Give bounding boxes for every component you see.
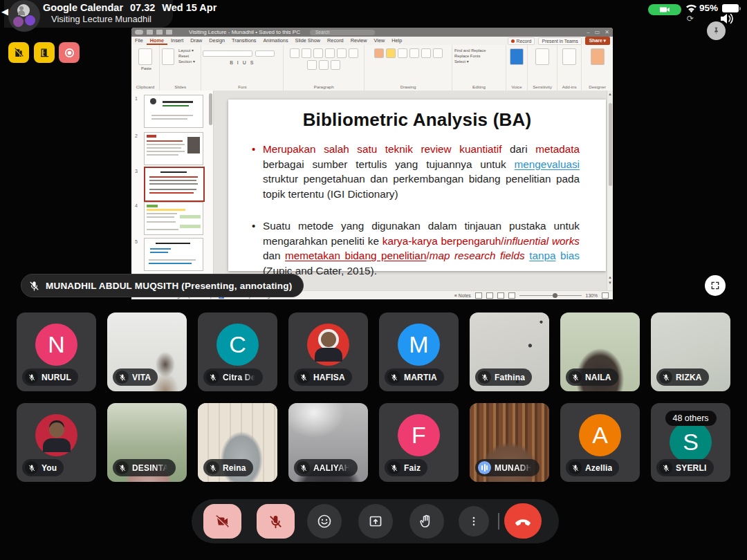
tile-syerli[interactable]: 48 others S SYERLI	[651, 403, 730, 482]
overflow-count-badge[interactable]: 48 others	[665, 411, 716, 426]
present-in-teams-button[interactable]: Present in Teams	[538, 37, 581, 45]
share-button[interactable]: Share ▾	[585, 37, 610, 45]
tile-you[interactable]: You	[17, 403, 96, 482]
tab-help[interactable]: Help	[388, 37, 405, 45]
tile-naila[interactable]: NAILA	[560, 312, 640, 391]
slide-thumbnail-4[interactable]	[144, 202, 203, 235]
normal-view-icon[interactable]	[475, 292, 482, 299]
reset-button[interactable]: Reset	[176, 53, 201, 59]
pin-widget-button[interactable]	[707, 21, 726, 40]
font-style-buttons[interactable]: B I U S	[201, 60, 283, 65]
slide-thumbnail-5[interactable]	[144, 238, 203, 271]
slide-scrollbar[interactable]: ▲ ▲ ▼	[607, 91, 613, 290]
tab-design[interactable]: Design	[205, 37, 228, 45]
font-name-select[interactable]	[203, 50, 252, 57]
replace-fonts-button[interactable]: Replace Fonts	[452, 53, 506, 59]
maximize-icon[interactable]: ▭	[595, 29, 600, 35]
ppt-search-box[interactable]: Search	[310, 30, 375, 35]
zoom-slider[interactable]	[519, 295, 582, 297]
slide-thumbnail-1[interactable]	[144, 95, 203, 128]
tab-insert[interactable]: Insert	[167, 37, 187, 45]
tab-transitions[interactable]: Transitions	[228, 37, 259, 45]
tile-azellia[interactable]: A Azellia	[560, 403, 640, 482]
redo-icon[interactable]	[166, 30, 172, 35]
back-to-app-icon[interactable]: ◀	[1, 6, 8, 17]
tab-view[interactable]: View	[371, 37, 389, 45]
shape-outline-icon[interactable]	[421, 48, 431, 58]
minimize-icon[interactable]: –	[587, 29, 589, 35]
align-center-icon[interactable]	[307, 60, 317, 70]
fit-to-window-icon[interactable]	[602, 292, 609, 299]
bullets-icon[interactable]	[290, 48, 299, 58]
tile-desinta[interactable]: DESINTA	[107, 403, 187, 482]
raise-hand-button[interactable]	[409, 504, 444, 539]
paste-icon[interactable]	[138, 48, 152, 65]
designer-icon[interactable]	[591, 48, 605, 65]
tile-hafisa[interactable]: HAFISA	[288, 312, 368, 391]
indent-icon[interactable]	[313, 48, 323, 58]
tab-draw[interactable]: Draw	[187, 37, 205, 45]
thumbnail-scrollbar[interactable]	[209, 93, 212, 125]
quick-styles-icon[interactable]	[398, 48, 407, 58]
tile-munadhil[interactable]: MUNADH	[470, 403, 549, 482]
arrange-icon[interactable]	[386, 48, 396, 58]
record-button[interactable]	[59, 42, 80, 63]
tile-nurul[interactable]: N NURUL	[17, 312, 96, 391]
close-icon[interactable]: ✕	[605, 29, 609, 35]
tab-home[interactable]: Home	[147, 37, 167, 45]
tab-record[interactable]: Record	[324, 37, 347, 45]
notes-button[interactable]: ≡ Notes	[454, 293, 471, 298]
slideshow-icon[interactable]	[508, 292, 515, 299]
tile-rizka[interactable]: RIZKA	[651, 312, 730, 391]
font-size-select[interactable]	[255, 50, 275, 57]
tile-aaliyah[interactable]: AALIYAH	[288, 403, 368, 482]
section-button[interactable]: Section ▾	[176, 59, 201, 64]
tile-citra[interactable]: C Citra De	[198, 312, 277, 391]
tile-faiz[interactable]: F Faiz	[379, 403, 459, 482]
shape-effects-icon[interactable]	[433, 48, 443, 58]
record-ribbon-button[interactable]: Record	[508, 37, 535, 45]
mic-off-button[interactable]	[257, 504, 295, 539]
slide-thumbnail-2[interactable]	[144, 132, 203, 165]
zoom-percent[interactable]: 130%	[586, 293, 598, 298]
workspace-avatar-cluster[interactable]	[8, 0, 40, 32]
justify-icon[interactable]	[331, 60, 340, 70]
new-slide-icon[interactable]	[162, 48, 174, 65]
undo-icon[interactable]	[156, 30, 163, 35]
tab-file[interactable]: File	[131, 37, 147, 45]
reactions-button[interactable]	[307, 504, 342, 539]
tile-vita[interactable]: VITA	[107, 312, 187, 391]
tile-reina[interactable]: Reina	[198, 403, 277, 482]
window-buttons[interactable]: – ▭ ✕	[587, 29, 609, 35]
camera-off-button[interactable]	[203, 504, 241, 539]
save-icon[interactable]	[147, 30, 153, 35]
layout-button[interactable]: Layout ▾	[176, 48, 201, 53]
shapes-icon[interactable]	[374, 48, 384, 58]
tile-fathina[interactable]: Fathina	[470, 312, 549, 391]
align-left-icon[interactable]	[349, 48, 358, 58]
building-slash-button[interactable]	[8, 42, 29, 63]
columns-icon[interactable]	[337, 48, 347, 58]
tab-animations[interactable]: Animations	[259, 37, 291, 45]
dictate-icon[interactable]	[510, 48, 524, 65]
present-screen-button[interactable]	[358, 504, 393, 539]
autosave-toggle[interactable]	[135, 30, 143, 35]
reading-view-icon[interactable]	[497, 292, 504, 299]
slide-sorter-icon[interactable]	[486, 292, 493, 299]
shape-fill-icon[interactable]	[409, 48, 419, 58]
tile-martia[interactable]: M MARTIA	[379, 312, 459, 391]
sensitivity-icon[interactable]	[535, 48, 549, 65]
numbering-icon[interactable]	[302, 48, 311, 58]
door-button[interactable]	[34, 42, 55, 63]
find-replace-button[interactable]: Find and Replace	[452, 48, 506, 53]
align-right-icon[interactable]	[319, 60, 329, 70]
spacing-icon[interactable]	[325, 48, 335, 58]
fullscreen-button[interactable]	[705, 275, 726, 296]
select-button[interactable]: Select ▾	[452, 59, 506, 64]
tab-slideshow[interactable]: Slide Show	[292, 37, 324, 45]
slide-thumbnail-3-selected[interactable]	[144, 167, 205, 202]
addins-icon[interactable]	[562, 48, 576, 65]
more-options-button[interactable]	[459, 506, 489, 536]
end-call-button[interactable]	[504, 503, 542, 539]
tab-review[interactable]: Review	[347, 37, 371, 45]
